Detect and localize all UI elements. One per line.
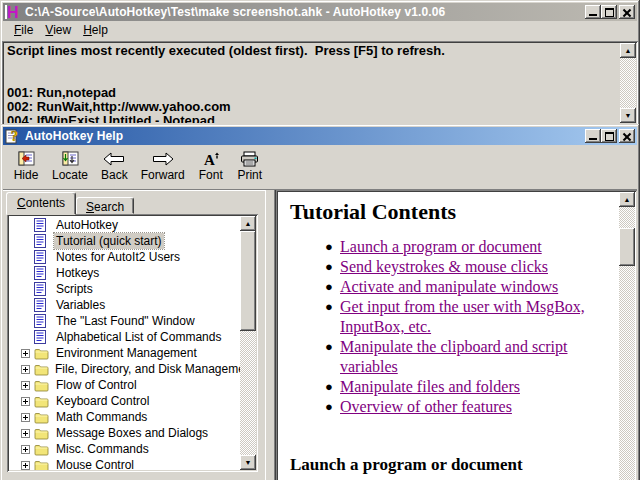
topic-link[interactable]: Overview of other features bbox=[340, 397, 618, 417]
tab-contents[interactable]: Contents bbox=[6, 192, 76, 215]
folder-icon bbox=[34, 411, 49, 424]
script-line: 004: IfWinExist,Untitled - Notepad bbox=[7, 114, 620, 123]
forward-button[interactable]: Forward bbox=[136, 148, 190, 183]
toolbar-button-label: Hide bbox=[14, 168, 39, 182]
print-button[interactable]: Print bbox=[232, 148, 268, 183]
tree-item-label[interactable]: Variables bbox=[54, 297, 107, 313]
tree-item-label[interactable]: Math Commands bbox=[54, 409, 149, 425]
scroll-thumb[interactable] bbox=[240, 231, 256, 331]
help-maximize-button[interactable] bbox=[601, 129, 617, 143]
tree-item-label[interactable]: Environment Management bbox=[54, 345, 199, 361]
tree-item-label[interactable]: The "Last Found" Window bbox=[54, 313, 197, 329]
tree-item[interactable]: Notes for AutoIt2 Users bbox=[9, 249, 240, 265]
tree-item-label[interactable]: Tutorial (quick start) bbox=[54, 233, 164, 249]
bullet-icon: ● bbox=[318, 397, 340, 417]
topic-link[interactable]: Manipulate files and folders bbox=[340, 377, 618, 397]
scroll-down-button[interactable]: ▼ bbox=[620, 108, 636, 123]
tree-item[interactable]: Keyboard Control bbox=[9, 393, 240, 409]
svg-text:A: A bbox=[204, 152, 215, 167]
minimize-icon bbox=[589, 138, 597, 140]
tree-item[interactable]: Variables bbox=[9, 297, 240, 313]
menu-file[interactable]: File bbox=[8, 21, 39, 40]
tree-item-label[interactable]: Hotkeys bbox=[54, 265, 101, 281]
back-arrow-icon bbox=[103, 150, 125, 167]
folder-icon bbox=[34, 379, 49, 392]
topic-link[interactable]: Send keystrokes & mouse clicks bbox=[340, 257, 618, 277]
tree-scrollbar[interactable]: ▲ ▼ bbox=[240, 216, 256, 470]
tree-item[interactable]: The "Last Found" Window bbox=[9, 313, 240, 329]
script-lines-list: 001: Run,notepad002: RunWait,http://www.… bbox=[7, 86, 620, 123]
scroll-thumb[interactable] bbox=[619, 228, 635, 266]
folder-icon bbox=[34, 443, 49, 456]
expand-plus-icon[interactable] bbox=[21, 413, 30, 422]
page-icon bbox=[34, 218, 46, 232]
main-scrollbar[interactable]: ▲ ▼ bbox=[620, 43, 636, 123]
topic-link[interactable]: Manipulate the clipboard and script vari… bbox=[340, 337, 618, 377]
topic-link[interactable]: Get input from the user with MsgBox, Inp… bbox=[340, 297, 618, 337]
tree-item-label[interactable]: Alphabetical List of Commands bbox=[54, 329, 223, 345]
scroll-up-button[interactable]: ▲ bbox=[620, 43, 636, 58]
tree-item[interactable]: Hotkeys bbox=[9, 265, 240, 281]
main-titlebar[interactable]: H C:\A-Source\AutoHotkey\Test\make scree… bbox=[3, 3, 637, 21]
tree-item[interactable]: Scripts bbox=[9, 281, 240, 297]
menu-view[interactable]: View bbox=[39, 21, 77, 40]
topic-scrollbar[interactable]: ▲ ▼ bbox=[619, 192, 635, 480]
back-button[interactable]: Back bbox=[96, 148, 133, 183]
svg-text:H: H bbox=[7, 4, 19, 20]
scroll-up-button[interactable]: ▲ bbox=[240, 216, 256, 231]
tree-item[interactable]: File, Directory, and Disk Management bbox=[9, 361, 240, 377]
page-icon bbox=[34, 234, 46, 248]
maximize-icon bbox=[605, 8, 614, 17]
bullet-icon: ● bbox=[318, 277, 340, 297]
folder-icon bbox=[34, 363, 49, 376]
tree-item-label[interactable]: Scripts bbox=[54, 281, 95, 297]
locate-button[interactable]: Locate bbox=[47, 148, 93, 183]
expand-plus-icon[interactable] bbox=[21, 349, 30, 358]
expand-plus-icon[interactable] bbox=[21, 461, 30, 470]
tree-item-label[interactable]: Misc. Commands bbox=[54, 441, 151, 457]
tree-item[interactable]: Alphabetical List of Commands bbox=[9, 329, 240, 345]
print-icon bbox=[240, 150, 259, 167]
tree-item-label[interactable]: Notes for AutoIt2 Users bbox=[54, 249, 182, 265]
tree-item[interactable]: AutoHotkey bbox=[9, 217, 240, 233]
help-close-button[interactable] bbox=[619, 129, 635, 143]
close-button[interactable] bbox=[619, 5, 635, 19]
folder-icon bbox=[34, 347, 49, 360]
tree-item[interactable]: Math Commands bbox=[9, 409, 240, 425]
expand-plus-icon[interactable] bbox=[21, 365, 30, 374]
folder-icon bbox=[34, 395, 49, 408]
tab-search[interactable]: Search bbox=[76, 197, 134, 214]
tree-item-label[interactable]: Message Boxes and Dialogs bbox=[54, 425, 210, 441]
expand-plus-icon[interactable] bbox=[21, 445, 30, 454]
bullet-icon: ● bbox=[318, 377, 340, 397]
tree-item[interactable]: Tutorial (quick start) bbox=[9, 233, 240, 249]
tree-item[interactable]: Message Boxes and Dialogs bbox=[9, 425, 240, 441]
tree-item-label[interactable]: Keyboard Control bbox=[54, 393, 151, 409]
maximize-button[interactable] bbox=[601, 5, 617, 19]
tree-item-label[interactable]: Mouse Control bbox=[54, 457, 136, 470]
scroll-down-button[interactable]: ▼ bbox=[240, 455, 256, 470]
expand-plus-icon[interactable] bbox=[21, 429, 30, 438]
tree-item-label[interactable]: File, Directory, and Disk Management bbox=[53, 361, 240, 377]
expand-plus-icon[interactable] bbox=[21, 397, 30, 406]
font-button[interactable]: A Font bbox=[193, 148, 229, 183]
tree-item[interactable]: Mouse Control bbox=[9, 457, 240, 470]
minimize-button[interactable] bbox=[585, 5, 601, 19]
menu-help[interactable]: Help bbox=[77, 21, 114, 40]
tree-item[interactable]: Environment Management bbox=[9, 345, 240, 361]
maximize-icon bbox=[605, 132, 614, 141]
hide-button[interactable]: Hide bbox=[8, 148, 44, 183]
scroll-up-button[interactable]: ▲ bbox=[619, 192, 635, 207]
tree-item[interactable]: Flow of Control bbox=[9, 377, 240, 393]
pane-divider[interactable] bbox=[265, 190, 276, 480]
tree-item[interactable]: Misc. Commands bbox=[9, 441, 240, 457]
expand-plus-icon[interactable] bbox=[21, 381, 30, 390]
topic-link[interactable]: Activate and manipulate windows bbox=[340, 277, 618, 297]
topic-link[interactable]: Launch a program or document bbox=[340, 237, 618, 257]
tree-item-label[interactable]: Flow of Control bbox=[54, 377, 139, 393]
help-minimize-button[interactable] bbox=[585, 129, 601, 143]
tree-item-label[interactable]: AutoHotkey bbox=[54, 217, 120, 233]
topic-link-item: ● Send keystrokes & mouse clicks bbox=[318, 257, 618, 277]
close-icon bbox=[623, 9, 631, 16]
help-titlebar[interactable]: ? AutoHotkey Help bbox=[3, 127, 637, 145]
